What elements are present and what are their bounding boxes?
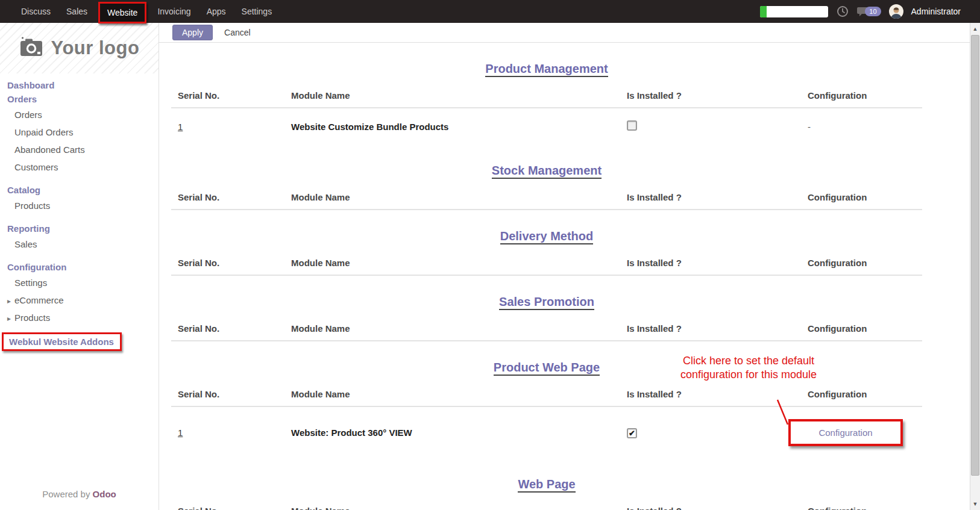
column-header-serial-no: Serial No. bbox=[171, 258, 284, 268]
sidebar-item-label: Webkul Website Addons bbox=[9, 337, 114, 347]
nav-item-discuss[interactable]: Discuss bbox=[13, 1, 58, 22]
page-body: Your logo DashboardOrdersOrdersUnpaid Or… bbox=[0, 23, 980, 510]
column-header-is-installed: Is Installed ? bbox=[620, 192, 801, 202]
configuration-value: - bbox=[808, 122, 811, 132]
section-title[interactable]: Sales Promotion bbox=[499, 295, 594, 310]
column-header-module-name: Module Name bbox=[284, 192, 620, 202]
sidebar-item-label: Configuration bbox=[7, 262, 66, 272]
table-header-row: Serial No.Module NameIs Installed ?Confi… bbox=[171, 90, 922, 108]
notification-badge: 10 bbox=[865, 7, 881, 16]
toolbar: Apply Cancel bbox=[159, 23, 970, 43]
sidebar-item-label: Catalog bbox=[7, 185, 40, 195]
table-body: 1Website: Product 360° VIEWConfiguration bbox=[171, 407, 922, 458]
nav-item-sales[interactable]: Sales bbox=[58, 1, 95, 22]
column-header-serial-no: Serial No. bbox=[171, 389, 284, 399]
sidebar-item-webkul-website-addons[interactable]: Webkul Website Addons bbox=[2, 332, 122, 351]
table-header-row: Serial No.Module NameIs Installed ?Confi… bbox=[171, 323, 922, 341]
table-body: 1Website Customize Bundle Products- bbox=[171, 108, 922, 145]
column-header-configuration: Configuration bbox=[801, 389, 922, 399]
app-window: Discuss Sales Website Invoicing Apps Set… bbox=[0, 0, 980, 510]
sidebar-item-products[interactable]: Products bbox=[7, 197, 159, 214]
sidebar-item-dashboard[interactable]: Dashboard bbox=[7, 78, 159, 92]
table-header-row: Serial No.Module NameIs Installed ?Confi… bbox=[171, 506, 922, 510]
sidebar-item-orders[interactable]: Orders bbox=[7, 106, 159, 123]
section-product-management: Product Management Serial No.Module Name… bbox=[171, 43, 922, 145]
sidebar-item-ecommerce[interactable]: ▸eCommerce bbox=[7, 291, 159, 309]
column-header-configuration: Configuration bbox=[801, 506, 922, 510]
annotation-text: Click here to set the default configurat… bbox=[622, 354, 875, 382]
sidebar-item-label: Settings bbox=[14, 278, 47, 288]
nav-item-website[interactable]: Website bbox=[98, 2, 146, 23]
sidebar-item-products[interactable]: ▸Products bbox=[7, 309, 159, 326]
nav-item-settings[interactable]: Settings bbox=[234, 1, 280, 22]
section-sales-promotion: Sales Promotion Serial No.Module NameIs … bbox=[171, 276, 922, 341]
section-title[interactable]: Delivery Method bbox=[500, 229, 593, 244]
column-header-module-name: Module Name bbox=[284, 323, 620, 334]
table-header-row: Serial No.Module NameIs Installed ?Confi… bbox=[171, 192, 922, 210]
progress-widget[interactable] bbox=[760, 6, 828, 17]
section-title[interactable]: Product Web Page bbox=[494, 361, 600, 376]
sidebar-item-settings[interactable]: Settings bbox=[7, 274, 159, 291]
column-header-is-installed: Is Installed ? bbox=[620, 506, 801, 510]
sidebar-item-configuration[interactable]: Configuration bbox=[7, 260, 159, 274]
section-title[interactable]: Stock Management bbox=[492, 164, 602, 179]
sidebar-item-abandoned-carts[interactable]: Abandoned Carts bbox=[7, 141, 159, 158]
progress-fill bbox=[760, 6, 767, 17]
activities-clock-icon[interactable] bbox=[836, 5, 849, 18]
camera-icon bbox=[19, 37, 43, 60]
sidebar-item-label: Abandoned Carts bbox=[14, 145, 85, 155]
scrollbar-thumb[interactable] bbox=[971, 35, 979, 476]
section-title[interactable]: Web Page bbox=[518, 477, 575, 493]
apply-button[interactable]: Apply bbox=[172, 25, 213, 40]
serial-no: 1 bbox=[171, 122, 284, 132]
systray: 10 Administrator bbox=[760, 4, 961, 19]
sidebar-item-label: Orders bbox=[14, 110, 42, 120]
highlight-box-configuration: Configuration bbox=[788, 419, 903, 446]
messages-icon[interactable]: 10 bbox=[857, 6, 881, 17]
module-sections: Product Management Serial No.Module Name… bbox=[159, 43, 970, 510]
sidebar-menu: DashboardOrdersOrdersUnpaid OrdersAbando… bbox=[0, 73, 159, 510]
nav-item-invoicing[interactable]: Invoicing bbox=[149, 1, 198, 22]
column-header-module-name: Module Name bbox=[284, 506, 620, 510]
nav-item-apps[interactable]: Apps bbox=[199, 1, 234, 22]
sidebar-item-label: Customers bbox=[14, 162, 58, 172]
user-name[interactable]: Administrator bbox=[911, 7, 961, 16]
column-header-configuration: Configuration bbox=[801, 192, 922, 202]
sidebar-item-unpaid-orders[interactable]: Unpaid Orders bbox=[7, 123, 159, 141]
section-title[interactable]: Product Management bbox=[485, 62, 608, 77]
table-header-row: Serial No.Module NameIs Installed ?Confi… bbox=[171, 389, 922, 407]
top-navbar: Discuss Sales Website Invoicing Apps Set… bbox=[0, 0, 980, 23]
sidebar-item-label: Sales bbox=[14, 239, 37, 249]
section-product-web-page: Product Web Page Serial No.Module NameIs… bbox=[171, 341, 922, 458]
scroll-up-icon[interactable]: ▲ bbox=[970, 23, 980, 35]
main-content: Apply Cancel Product Management Serial N… bbox=[159, 23, 970, 510]
installed-checkbox[interactable] bbox=[627, 120, 637, 131]
column-header-serial-no: Serial No. bbox=[171, 90, 284, 101]
powered-by: Powered by Odoo bbox=[0, 489, 159, 499]
column-header-module-name: Module Name bbox=[284, 389, 620, 399]
table-header-row: Serial No.Module NameIs Installed ?Confi… bbox=[171, 258, 922, 276]
configuration-link[interactable]: Configuration bbox=[818, 428, 872, 438]
avatar[interactable] bbox=[889, 4, 903, 19]
sidebar-item-catalog[interactable]: Catalog bbox=[7, 183, 159, 197]
sidebar-item-customers[interactable]: Customers bbox=[7, 158, 159, 176]
sidebar-item-sales[interactable]: Sales bbox=[7, 235, 159, 253]
cancel-button[interactable]: Cancel bbox=[218, 25, 257, 40]
scrollbar[interactable]: ▲ ▼ bbox=[970, 23, 980, 510]
sidebar-item-label: Orders bbox=[7, 94, 37, 104]
sidebar-item-reporting[interactable]: Reporting bbox=[7, 222, 159, 235]
caret-right-icon: ▸ bbox=[7, 314, 14, 323]
sidebar: Your logo DashboardOrdersOrdersUnpaid Or… bbox=[0, 23, 159, 510]
module-name: Website Customize Bundle Products bbox=[284, 122, 620, 132]
column-header-configuration: Configuration bbox=[801, 323, 922, 334]
sidebar-item-label: Reporting bbox=[7, 223, 50, 234]
powered-by-text: Powered by bbox=[42, 489, 90, 499]
section-web-page: Web Page Serial No.Module NameIs Install… bbox=[171, 458, 922, 510]
sidebar-item-orders[interactable]: Orders bbox=[7, 92, 159, 106]
scroll-down-icon[interactable]: ▼ bbox=[970, 498, 980, 510]
odoo-brand-link[interactable]: Odoo bbox=[93, 489, 116, 499]
installed-checkbox[interactable] bbox=[627, 428, 637, 438]
logo[interactable]: Your logo bbox=[0, 23, 159, 73]
serial-no: 1 bbox=[171, 428, 284, 438]
sidebar-item-label: Products bbox=[14, 313, 50, 323]
